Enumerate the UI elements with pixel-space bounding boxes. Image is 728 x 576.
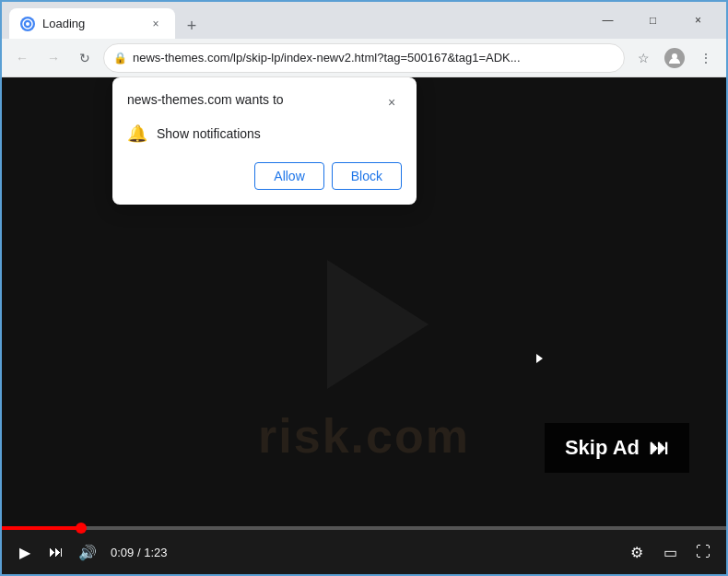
popup-header: news-themes.com wants to × [127, 92, 402, 112]
fullscreen-button[interactable]: ⛶ [691, 540, 715, 564]
menu-button[interactable]: ⋮ [693, 45, 719, 71]
notification-text: Show notifications [157, 126, 261, 141]
browser-window: Loading × + — □ × ← → ↻ 🔒 news-themes.co… [0, 0, 728, 576]
title-bar: Loading × + — □ × [2, 2, 726, 39]
active-tab[interactable]: Loading × [9, 8, 175, 39]
content-area: risk.com Skip Ad ⏭ ▶ ⏭ 🔊 0:09 [2, 77, 726, 574]
reload-button[interactable]: ↻ [72, 45, 98, 71]
address-text: news-themes.com/lp/skip-lp/index-newv2.h… [133, 51, 615, 65]
miniplayer-button[interactable]: ▭ [658, 540, 682, 564]
next-button[interactable]: ⏭ [44, 540, 68, 564]
profile-avatar [664, 48, 685, 68]
bookmark-button[interactable]: ☆ [630, 45, 656, 71]
mouse-cursor [536, 354, 543, 363]
skip-ad-icon: ⏭ [649, 436, 669, 460]
popup-buttons: Allow Block [127, 162, 402, 190]
skip-ad-label: Skip Ad [565, 436, 640, 460]
popup-notification-row: 🔔 Show notifications [127, 123, 402, 144]
back-button[interactable]: ← [9, 45, 35, 71]
tab-title: Loading [42, 17, 140, 30]
video-player: risk.com Skip Ad ⏭ ▶ ⏭ 🔊 0:09 [2, 77, 726, 574]
controls-row: ▶ ⏭ 🔊 0:09 / 1:23 ⚙ ▭ ⛶ [2, 530, 726, 574]
svg-point-1 [26, 22, 29, 26]
tab-favicon [20, 17, 35, 31]
progress-bar[interactable] [2, 526, 726, 530]
popup-title: news-themes.com wants to [127, 92, 284, 107]
video-controls: ▶ ⏭ 🔊 0:09 / 1:23 ⚙ ▭ ⛶ [2, 526, 726, 574]
time-total: 1:23 [144, 546, 167, 559]
minimize-button[interactable]: — [587, 6, 628, 34]
notification-popup: news-themes.com wants to × 🔔 Show notifi… [112, 77, 417, 205]
forward-button[interactable]: → [41, 45, 66, 71]
progress-fill [2, 526, 81, 530]
time-current: 0:09 [111, 546, 134, 559]
window-controls: — □ × [587, 6, 719, 34]
time-display: 0:09 / 1:23 [111, 546, 167, 559]
block-button[interactable]: Block [332, 162, 402, 190]
controls-right: ⚙ ▭ ⛶ [625, 540, 715, 564]
play-watermark [272, 232, 456, 420]
lock-icon: 🔒 [113, 52, 127, 65]
maximize-button[interactable]: □ [632, 6, 674, 34]
popup-close-button[interactable]: × [382, 92, 402, 112]
tab-strip: Loading × + [9, 2, 583, 39]
bell-icon: 🔔 [127, 123, 147, 144]
settings-button[interactable]: ⚙ [625, 540, 649, 564]
volume-button[interactable]: 🔊 [76, 540, 100, 564]
play-button[interactable]: ▶ [13, 540, 37, 564]
window-close-button[interactable]: × [677, 6, 719, 34]
address-bar[interactable]: 🔒 news-themes.com/lp/skip-lp/index-newv2… [103, 43, 625, 73]
profile-button[interactable] [662, 45, 687, 71]
nav-bar: ← → ↻ 🔒 news-themes.com/lp/skip-lp/index… [2, 39, 726, 77]
tab-close-button[interactable]: × [147, 16, 164, 32]
new-tab-button[interactable]: + [179, 13, 205, 39]
allow-button[interactable]: Allow [254, 162, 323, 190]
skip-ad-button[interactable]: Skip Ad ⏭ [545, 423, 689, 473]
